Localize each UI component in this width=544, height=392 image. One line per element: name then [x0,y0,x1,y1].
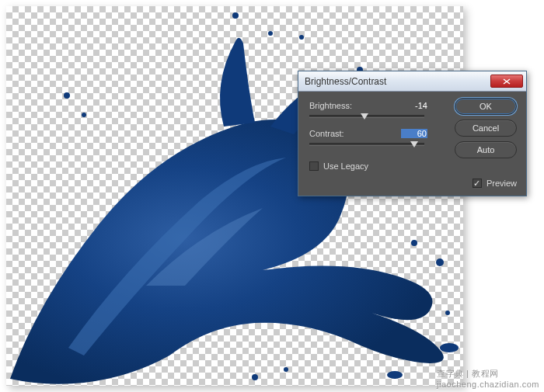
contrast-control: Contrast: 60 [309,127,427,146]
contrast-value[interactable]: 60 [401,129,427,138]
watermark-line1: 查字典 | 教程网 [437,368,539,380]
ok-button[interactable]: OK [455,98,517,115]
use-legacy-checkbox[interactable] [309,161,319,171]
dialog-button-column: OK Cancel Auto [455,98,517,158]
close-button[interactable] [490,75,523,88]
use-legacy-row: Use Legacy [309,161,368,171]
brightness-control: Brightness: -14 [309,99,427,118]
svg-point-5 [64,92,70,99]
preview-checkbox[interactable] [473,179,482,188]
preview-row: Preview [473,179,517,188]
contrast-slider-thumb[interactable] [410,141,418,147]
close-icon [503,78,511,85]
svg-point-7 [411,240,417,246]
svg-point-2 [299,35,304,40]
svg-point-8 [436,258,444,266]
svg-point-0 [232,12,239,19]
svg-point-6 [82,113,86,117]
dialog-body: Brightness: -14 Contrast: 60 Use Legacy … [298,92,526,196]
brightness-slider-thumb[interactable] [361,113,368,120]
use-legacy-label: Use Legacy [323,161,368,171]
contrast-slider[interactable] [309,143,424,146]
preview-label: Preview [486,179,517,188]
auto-button[interactable]: Auto [455,141,517,158]
svg-point-11 [387,371,403,379]
svg-point-13 [284,367,288,372]
watermark: 查字典 | 教程网 jiaocheng.chazidian.com [437,368,539,389]
brightness-contrast-dialog: Brightness/Contrast Brightness: -14 Cont… [298,71,527,196]
brightness-value[interactable]: -14 [401,101,427,110]
cancel-button[interactable]: Cancel [455,120,517,137]
brightness-slider[interactable] [309,115,424,118]
svg-point-1 [268,31,273,36]
dialog-title: Brightness/Contrast [305,76,490,87]
svg-point-12 [252,374,258,380]
dialog-titlebar[interactable]: Brightness/Contrast [298,71,526,92]
contrast-label: Contrast: [309,129,344,138]
watermark-line2: jiaocheng.chazidian.com [437,380,539,389]
brightness-label: Brightness: [309,101,352,110]
svg-point-9 [445,310,450,315]
svg-point-10 [440,343,459,352]
